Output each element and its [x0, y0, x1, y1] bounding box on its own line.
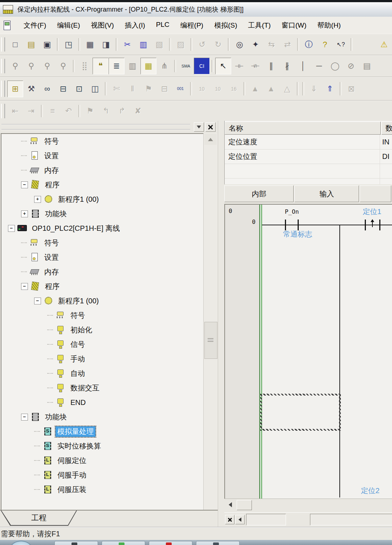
tree-item-5[interactable]: +新程序1 (00) — [1, 192, 204, 206]
output1-operand[interactable]: 定位1 — [354, 207, 390, 217]
new-file-button[interactable]: □ — [7, 36, 23, 53]
minibar-close-button[interactable] — [225, 515, 234, 524]
show-program-comments-button[interactable]: ▦ — [140, 58, 156, 74]
watch-window-button[interactable]: ∞ — [39, 81, 55, 97]
tree-item-10[interactable]: 内存 — [1, 265, 204, 279]
tree-item-15[interactable]: 信号 — [1, 337, 204, 352]
tree-item-9[interactable]: 设置 — [1, 250, 204, 265]
menu-item-8[interactable]: 工具(T) — [242, 19, 276, 32]
tree-scrollbar[interactable] — [203, 133, 217, 521]
tree-item-25[interactable]: L伺服压装 — [1, 482, 204, 497]
align-rungs-button[interactable]: ≡ — [45, 103, 61, 119]
tree-item-2[interactable]: 设置 — [1, 148, 204, 163]
rung-hierarchy-button[interactable]: ⋔ — [156, 58, 172, 74]
show-comments-button[interactable]: ❝ — [93, 58, 109, 74]
tree-item-8[interactable]: 符号 — [1, 235, 204, 250]
tree-item-16[interactable]: 手动 — [1, 352, 204, 366]
tree-item-12[interactable]: −新程序1 (00) — [1, 294, 204, 308]
copy-button[interactable]: ▥ — [135, 36, 151, 53]
tree-item-1[interactable]: 符号 — [1, 134, 204, 148]
cut-button[interactable]: ✂ — [119, 36, 135, 53]
workspace-close-button[interactable] — [205, 122, 216, 132]
change-all-button[interactable]: ⇆ — [264, 36, 279, 53]
differential-monitor-button[interactable]: ⚑ — [140, 81, 156, 97]
tree-item-3[interactable]: 内存 — [1, 163, 204, 177]
taskbar-app-3[interactable] — [149, 541, 192, 545]
ladder-horizontal-scrollbar[interactable] — [224, 499, 392, 511]
paste-button[interactable]: ▧ — [151, 36, 167, 53]
variable-row-2[interactable]: 定位位置DI — [225, 149, 392, 164]
toggle-project-workspace-button[interactable]: ⊞ — [7, 81, 23, 97]
force-off-button[interactable]: ▲ — [263, 81, 279, 97]
variable-tab-3[interactable] — [360, 185, 391, 202]
toolbar-drag-handle[interactable] — [1, 59, 5, 74]
paste-special-button[interactable]: ▨ — [173, 36, 189, 53]
menu-item-3[interactable]: 视图(V) — [86, 19, 119, 32]
zoom-out-button[interactable]: ⚲ — [39, 58, 55, 74]
pause-monitoring-button[interactable]: ‖ — [124, 81, 140, 97]
address-reference-tool-button[interactable]: ⊡ — [71, 81, 87, 97]
taskbar-app-2[interactable] — [102, 541, 145, 545]
tree-item-20[interactable]: −功能块 — [1, 410, 204, 424]
ci-view-button[interactable]: CI — [194, 58, 210, 74]
taskbar-app-4[interactable] — [196, 541, 240, 545]
output2-operand[interactable]: 定位2 — [350, 486, 390, 496]
tree-item-7[interactable]: −OP10_PLC2[CP1H-E] 离线 — [1, 221, 204, 235]
hscroll-thumb[interactable] — [237, 500, 252, 510]
menu-item-9[interactable]: 窗口(W) — [276, 19, 312, 32]
zoom-in-button[interactable]: ⚲ — [55, 58, 71, 74]
new-closed-or-contact-button[interactable]: ∦ — [279, 58, 295, 74]
menu-item-7[interactable]: 模拟(S) — [209, 19, 242, 32]
transfer-to-plc-button[interactable]: ⇓ — [306, 81, 322, 97]
tree-item-17[interactable]: 自动 — [1, 366, 204, 381]
warning-button[interactable]: ⚠ — [376, 36, 392, 53]
mnemonic-view-button[interactable]: SMA — [178, 58, 194, 74]
project-tab[interactable]: 工程 — [1, 511, 77, 526]
new-closed-contact-button[interactable]: ⊣/⊢ — [247, 58, 263, 74]
transfer-from-plc-button[interactable]: ⇑ — [322, 81, 338, 97]
tree-item-23[interactable]: L伺服定位 — [1, 453, 204, 468]
panel-splitter[interactable] — [218, 121, 225, 527]
about-button[interactable]: ⓘ — [301, 36, 317, 53]
retrieve-button[interactable]: ⇄ — [279, 36, 295, 53]
undo-button[interactable]: ↺ — [194, 36, 210, 53]
tree-expander[interactable]: − — [21, 181, 28, 188]
tree-scroll-up-button[interactable] — [204, 134, 217, 145]
tree-item-21[interactable]: S模拟量处理 — [1, 424, 204, 439]
find-button[interactable]: ◎ — [232, 36, 248, 53]
tree-item-14[interactable]: 初始化 — [1, 323, 204, 337]
compare-with-plc-button[interactable]: ⊠ — [343, 81, 359, 97]
clear-marks-button[interactable]: ✘ — [130, 103, 146, 119]
menu-item-5[interactable]: PLC — [151, 19, 175, 32]
binary-monitor-button[interactable]: 001 — [172, 81, 188, 97]
document-icon[interactable] — [3, 21, 12, 30]
variable-tab-1[interactable]: 内部 — [224, 185, 294, 202]
cross-reference-report-button[interactable]: ⊟ — [55, 81, 71, 97]
show-rung-annotations-button[interactable]: ≣ — [109, 58, 124, 74]
io-comment-view-button[interactable]: ⊟ — [156, 81, 172, 97]
print-button[interactable]: ▦ — [82, 36, 98, 53]
tree-scroll-thumb[interactable] — [204, 322, 217, 359]
tree-item-13[interactable]: 符号 — [1, 308, 204, 323]
variable-row-1[interactable]: 定位速度IN — [225, 135, 392, 149]
find-replace-button[interactable]: ✦ — [248, 36, 264, 53]
zoom-tool-button[interactable]: ⚲ — [7, 58, 23, 74]
variable-row-3[interactable] — [225, 164, 392, 179]
new-contact-button[interactable]: ⊣⊢ — [231, 58, 247, 74]
workspace-dropdown-button[interactable] — [194, 122, 204, 132]
go-to-next-mark-button[interactable]: ↱ — [114, 103, 130, 119]
new-closed-coil-button[interactable]: ⊘ — [343, 58, 359, 74]
variable-tab-2[interactable]: 输入 — [294, 185, 359, 202]
outdent-rung-button[interactable]: ⇤ — [7, 103, 23, 119]
toolbar-drag-handle[interactable] — [1, 81, 5, 97]
redraw-rungs-button[interactable]: ↶ — [61, 103, 77, 119]
force-cancel-button[interactable]: △ — [279, 81, 295, 97]
ladder-editor[interactable]: 0 0 P_On 常通标志 定位1 定位2 — [224, 204, 392, 499]
new-coil-button[interactable]: ◯ — [327, 58, 343, 74]
tree-item-6[interactable]: +功能块 — [1, 206, 204, 221]
menu-item-6[interactable]: 编程(P) — [175, 19, 209, 32]
variable-column-name[interactable]: 名称 — [225, 122, 381, 135]
menu-item-2[interactable]: 编辑(E) — [52, 19, 85, 32]
tree-item-22[interactable]: S实时位移换算 — [1, 439, 204, 453]
monitor-signed-decimal-button[interactable]: 10 — [210, 81, 226, 97]
